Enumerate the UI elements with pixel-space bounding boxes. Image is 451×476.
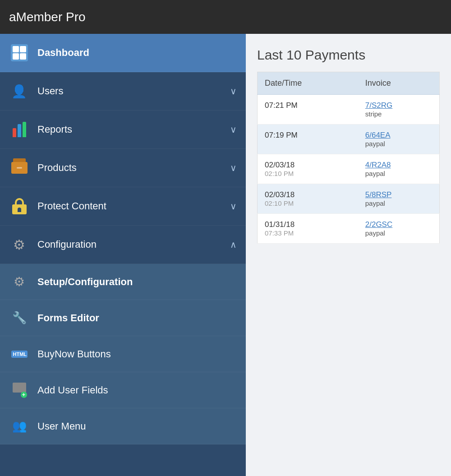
payment-invoice-link[interactable]: 6/64EA bbox=[365, 131, 432, 140]
payment-method: paypal bbox=[365, 199, 432, 207]
payment-date: 02/03/18 bbox=[265, 161, 351, 170]
sidebar-label-forms-editor: Forms Editor bbox=[37, 312, 237, 324]
payment-date-cell: 02/03/1802:10 PM bbox=[258, 184, 358, 214]
payment-date-cell: 01/31/1807:33 PM bbox=[258, 214, 358, 244]
main-layout: Dashboard 👤 Users ∨ Reports ∨ bbox=[0, 34, 451, 476]
add-fields-icon: + bbox=[9, 380, 29, 400]
sidebar-item-configuration[interactable]: ⚙ Configuration ∧ bbox=[0, 226, 246, 264]
sidebar-item-setup-configuration[interactable]: ⚙ Setup/Configuration bbox=[0, 264, 246, 300]
dashboard-icon bbox=[9, 43, 29, 63]
app-title: aMember Pro bbox=[9, 10, 86, 24]
payment-time: 02:10 PM bbox=[265, 170, 351, 177]
forms-icon: 🔧 bbox=[9, 308, 29, 328]
payment-time: 02:10 PM bbox=[265, 199, 351, 207]
payment-invoice-cell: 5/8RSPpaypal bbox=[358, 184, 440, 214]
app-header: aMember Pro bbox=[0, 0, 451, 34]
usermenu-icon: 👥 bbox=[9, 416, 29, 436]
payment-time: 07:33 PM bbox=[265, 229, 351, 237]
payment-method: paypal bbox=[365, 140, 432, 148]
sidebar-item-users[interactable]: 👤 Users ∨ bbox=[0, 72, 246, 111]
col-header-datetime: Date/Time bbox=[258, 72, 358, 95]
sidebar-label-user-menu: User Menu bbox=[37, 421, 237, 432]
sidebar-label-users: Users bbox=[37, 85, 230, 97]
sidebar-label-configuration: Configuration bbox=[37, 239, 230, 250]
sidebar-label-products: Products bbox=[37, 162, 230, 174]
html-icon: HTML bbox=[9, 344, 29, 364]
payment-date-cell: 07:19 PM bbox=[258, 125, 358, 154]
payment-date: 01/31/18 bbox=[265, 220, 351, 229]
sidebar: Dashboard 👤 Users ∨ Reports ∨ bbox=[0, 34, 246, 476]
payment-date-cell: 07:21 PM bbox=[258, 95, 358, 125]
payment-date-cell: 02/03/1802:10 PM bbox=[258, 154, 358, 184]
sidebar-label-dashboard: Dashboard bbox=[37, 47, 237, 59]
payment-invoice-link[interactable]: 7/S2RG bbox=[365, 101, 432, 110]
payments-title: Last 10 Payments bbox=[257, 47, 440, 63]
sidebar-label-buynow-buttons: BuyNow Buttons bbox=[37, 348, 237, 360]
sidebar-item-add-user-fields[interactable]: + Add User Fields bbox=[0, 372, 246, 408]
payment-date: 02/03/18 bbox=[265, 190, 351, 199]
table-row: 02/03/1802:10 PM5/8RSPpaypal bbox=[258, 184, 440, 214]
users-icon: 👤 bbox=[9, 81, 29, 102]
table-row: 01/31/1807:33 PM2/2GSCpaypal bbox=[258, 214, 440, 244]
payment-invoice-link[interactable]: 4/R2A8 bbox=[365, 161, 432, 170]
payment-method: stripe bbox=[365, 110, 432, 118]
sidebar-label-reports: Reports bbox=[37, 124, 230, 135]
payment-invoice-cell: 4/R2A8paypal bbox=[358, 154, 440, 184]
chevron-down-icon: ∨ bbox=[230, 124, 237, 135]
sidebar-item-forms-editor[interactable]: 🔧 Forms Editor bbox=[0, 300, 246, 336]
table-row: 07:21 PM7/S2RGstripe bbox=[258, 95, 440, 125]
chevron-down-icon: ∨ bbox=[230, 162, 237, 173]
protect-icon bbox=[9, 196, 29, 217]
payments-table: Date/Time Invoice 07:21 PM7/S2RGstripe07… bbox=[257, 72, 440, 244]
payment-invoice-cell: 7/S2RGstripe bbox=[358, 95, 440, 125]
main-content: Last 10 Payments Date/Time Invoice 07:21… bbox=[246, 34, 451, 476]
chevron-up-icon: ∧ bbox=[230, 239, 237, 250]
payment-invoice-link[interactable]: 2/2GSC bbox=[365, 220, 432, 229]
setup-icon: ⚙ bbox=[9, 272, 29, 292]
sidebar-item-products[interactable]: Products ∨ bbox=[0, 149, 246, 187]
chevron-down-icon: ∨ bbox=[230, 86, 237, 97]
payment-invoice-cell: 2/2GSCpaypal bbox=[358, 214, 440, 244]
col-header-invoice: Invoice bbox=[358, 72, 440, 95]
payment-invoice-cell: 6/64EApaypal bbox=[358, 125, 440, 154]
table-row: 02/03/1802:10 PM4/R2A8paypal bbox=[258, 154, 440, 184]
sidebar-label-setup-configuration: Setup/Configuration bbox=[37, 276, 237, 288]
products-icon bbox=[9, 158, 29, 178]
sidebar-item-buynow-buttons[interactable]: HTML BuyNow Buttons bbox=[0, 336, 246, 372]
table-row: 07:19 PM6/64EApaypal bbox=[258, 125, 440, 154]
payment-date: 07:21 PM bbox=[265, 101, 351, 110]
config-icon: ⚙ bbox=[9, 235, 29, 255]
sidebar-item-dashboard[interactable]: Dashboard bbox=[0, 34, 246, 72]
sidebar-label-add-user-fields: Add User Fields bbox=[37, 384, 237, 396]
chevron-down-icon: ∨ bbox=[230, 201, 237, 212]
payment-invoice-link[interactable]: 5/8RSP bbox=[365, 190, 432, 199]
sidebar-label-protect-content: Protect Content bbox=[37, 200, 230, 212]
sidebar-item-protect-content[interactable]: Protect Content ∨ bbox=[0, 187, 246, 226]
payment-method: paypal bbox=[365, 229, 432, 237]
sidebar-item-user-menu[interactable]: 👥 User Menu bbox=[0, 408, 246, 444]
payment-date: 07:19 PM bbox=[265, 131, 351, 140]
reports-icon bbox=[9, 120, 29, 140]
payment-method: paypal bbox=[365, 170, 432, 177]
sidebar-item-reports[interactable]: Reports ∨ bbox=[0, 111, 246, 149]
